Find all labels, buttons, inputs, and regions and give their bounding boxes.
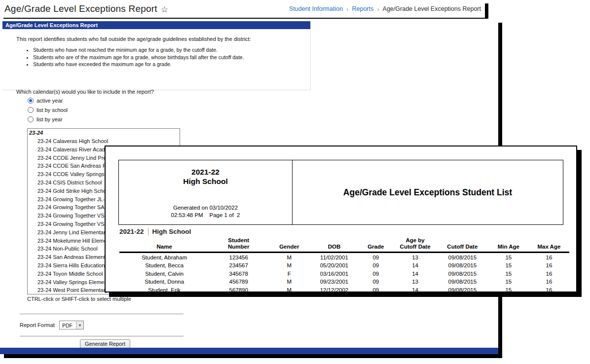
report-format-selected-value: PDF xyxy=(60,321,76,329)
favorite-star-icon[interactable]: ☆ xyxy=(161,4,168,15)
table-row: Student, Donna 456789 M 09/23/2001 09 13… xyxy=(119,278,569,286)
report-format-select[interactable]: PDF ▼ xyxy=(59,321,84,329)
description-bullet: Students who have not reached the minimu… xyxy=(33,47,310,53)
table-row: Student, Becca 234567 M 05/20/2001 09 14… xyxy=(119,261,569,270)
breadcrumb: Student Information › Reports › Age/Grad… xyxy=(289,5,481,13)
report-preview-overlay: 2021-22 High School Generated on 03/10/2… xyxy=(105,146,577,292)
column-header-min-age: Min Age xyxy=(488,237,529,253)
report-format-label: Report Format xyxy=(20,322,55,328)
calendar-year-group-label: 23-24 xyxy=(28,129,180,137)
column-header-grade: Grade xyxy=(358,237,394,253)
report-title: Age/Grade Level Exceptions Student List xyxy=(343,187,512,198)
calendar-list-item[interactable]: 23-24 Calaveras High School xyxy=(28,137,180,146)
radio-label: active year xyxy=(37,98,63,104)
report-generated-timestamp: Generated on 03/10/202202:53:48 PM Page … xyxy=(119,204,292,219)
tool-header-bar: Age/Grade Level Exceptions Report ☆ Stud… xyxy=(0,0,485,18)
radio-label: list by year xyxy=(37,116,63,122)
breadcrumb-current-page: Age/Grade Level Exceptions Report xyxy=(383,5,481,12)
exceptions-table: Name StudentNumber Gender DOB Grade Age … xyxy=(119,237,569,292)
divider-line xyxy=(20,314,184,314)
report-header-right-cell: Age/Grade Level Exceptions Student List xyxy=(293,160,563,224)
report-format-row: Report Format PDF ▼ xyxy=(20,321,84,329)
report-header-boxes: 2021-22 High School Generated on 03/10/2… xyxy=(118,160,563,225)
report-section-header: 2021-22 High School xyxy=(119,228,576,235)
generate-report-button[interactable]: Generate Report xyxy=(80,339,130,348)
calendar-question-label: Which calendar(s) would you like to incl… xyxy=(16,89,154,95)
report-description-panel: Age/Grade Level Exceptions Report This r… xyxy=(2,21,311,90)
chevron-down-icon: ▼ xyxy=(76,321,83,329)
generated-line1: Generated on 03/10/2022 xyxy=(173,205,238,211)
column-header-max-age: Max Age xyxy=(529,237,569,253)
radio-unselected-icon[interactable] xyxy=(28,107,34,113)
radio-label: list by school xyxy=(37,107,68,113)
column-header-dob: DOB xyxy=(311,237,358,253)
calendar-mode-radio-group: active year list by school list by year xyxy=(28,96,68,124)
multiselect-hint: CTRL-click or SHIFT-click to select mult… xyxy=(27,296,131,302)
column-header-age-by-cutoff: Age byCutoff Date xyxy=(394,237,437,253)
radio-active-year[interactable]: active year xyxy=(28,96,68,105)
column-header-cutoff-date: Cutoff Date xyxy=(437,237,488,253)
section-year: 2021-22 xyxy=(119,228,144,235)
breadcrumb-link-reports[interactable]: Reports xyxy=(352,5,373,12)
report-description: This report identifies students who fall… xyxy=(16,36,310,42)
radio-list-by-school[interactable]: list by school xyxy=(28,105,68,114)
page-title: Age/Grade Level Exceptions Report xyxy=(4,3,157,14)
generated-line2: 02:53:48 PM Page 1 of 2 xyxy=(171,212,240,218)
section-divider xyxy=(148,228,148,235)
table-header-row: Name StudentNumber Gender DOB Grade Age … xyxy=(119,237,569,253)
breadcrumb-separator-icon: › xyxy=(346,5,348,13)
description-bullet: Students who have exceeded the maximum a… xyxy=(33,61,310,68)
report-school-name: High School xyxy=(119,177,292,186)
description-bullet: Students who are of the maximum age for … xyxy=(33,54,310,61)
radio-list-by-year[interactable]: list by year xyxy=(28,114,68,124)
radio-unselected-icon[interactable] xyxy=(28,116,34,122)
radio-selected-icon[interactable] xyxy=(28,98,34,104)
column-header-student-number: StudentNumber xyxy=(209,237,268,253)
report-school-year: 2021-22 xyxy=(119,167,292,177)
table-row: Student, Calvin 345678 F 03/16/2001 09 1… xyxy=(119,269,569,278)
report-description-bullets: Students who have not reached the minimu… xyxy=(33,47,310,68)
column-header-gender: Gender xyxy=(268,237,311,253)
table-row: Student, Abraham 123456 M 11/02/2001 09 … xyxy=(119,253,569,261)
screenshot-canvas: Age/Grade Level Exceptions Report ☆ Stud… xyxy=(0,0,590,364)
report-header-left-cell: 2021-22 High School Generated on 03/10/2… xyxy=(119,160,293,224)
column-header-name: Name xyxy=(119,237,209,253)
section-school: High School xyxy=(152,228,191,235)
divider-line xyxy=(20,336,184,336)
window-footer-bar xyxy=(0,348,498,354)
breadcrumb-link-student-information[interactable]: Student Information xyxy=(289,5,343,12)
table-row-partially-clipped: Student, Erik 567890 M 12/12/2002 09 14 … xyxy=(119,286,569,292)
editor-title-bar: Age/Grade Level Exceptions Report xyxy=(2,21,310,29)
breadcrumb-separator-icon: › xyxy=(377,5,379,13)
